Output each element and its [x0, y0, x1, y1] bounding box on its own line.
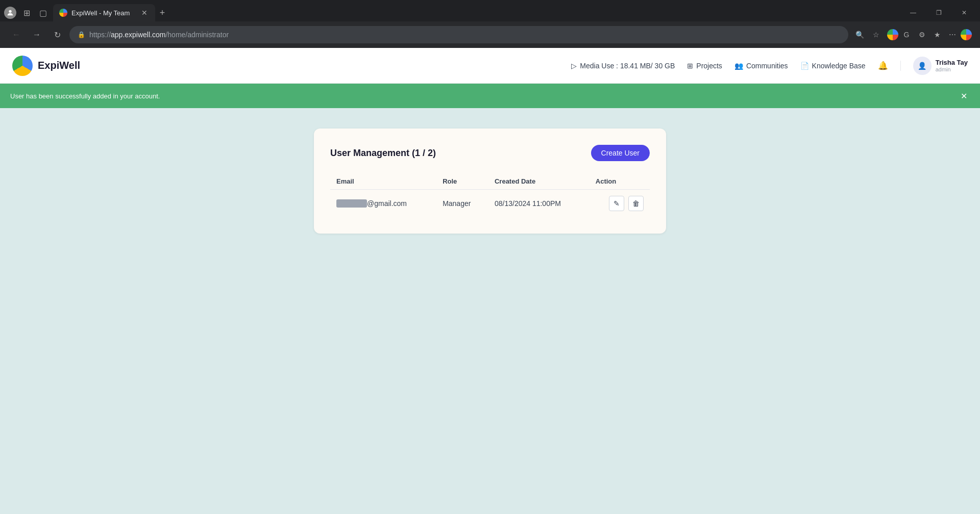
url-domain: app.expiwell.com	[111, 31, 165, 39]
communities-icon: 👥	[734, 62, 743, 70]
close-button[interactable]: ✕	[952, 5, 976, 21]
projects-icon: ⊞	[687, 62, 693, 70]
media-use-label: Media Use : 18.41 MB/ 30 GB	[580, 62, 675, 70]
ext-icon-5[interactable]: ⋯	[945, 28, 960, 42]
table-row: @gmail.com Manager 08/13/2024 11:00PM ✎	[330, 190, 650, 218]
user-table: Email Role Created Date Action @gmail.co…	[330, 173, 650, 217]
reload-button[interactable]: ↻	[49, 27, 65, 43]
window-icon[interactable]: ▢	[37, 7, 49, 19]
bookmark-icon[interactable]: ☆	[869, 28, 883, 42]
tab-favicon	[59, 9, 67, 17]
ext-icon-3[interactable]: ⚙	[915, 28, 929, 42]
ext-icon-6[interactable]	[961, 29, 972, 40]
tab-grid-icon[interactable]: ⊞	[20, 7, 33, 19]
play-icon: ▷	[571, 62, 577, 70]
banner-close-button[interactable]: ✕	[958, 90, 970, 102]
user-management-card: User Management (1 / 2) Create User Emai…	[314, 128, 666, 234]
browser-chrome: ⊞ ▢ ExpiWell - My Team ✕ + — ❐ ✕ ← → ↻ 🔒…	[0, 0, 980, 48]
user-name: Trisha Tay	[936, 59, 968, 66]
table-head: Email Role Created Date Action	[330, 173, 650, 190]
user-area: 👤 Trisha Tay admin	[913, 57, 968, 75]
knowledge-base-label: Knowledge Base	[812, 62, 866, 70]
main-content: User Management (1 / 2) Create User Emai…	[0, 108, 980, 254]
app-container: ExpiWell ▷ Media Use : 18.41 MB/ 30 GB ⊞…	[0, 48, 980, 514]
table-body: @gmail.com Manager 08/13/2024 11:00PM ✎	[330, 190, 650, 218]
projects-nav-item[interactable]: ⊞ Projects	[687, 62, 722, 70]
action-column-header: Action	[590, 173, 650, 190]
email-column-header: Email	[330, 173, 436, 190]
bell-icon[interactable]: 🔔	[878, 61, 888, 70]
ext-icon-4[interactable]: ★	[930, 28, 944, 42]
edit-button[interactable]: ✎	[609, 196, 624, 211]
knowledge-base-icon: 📄	[800, 62, 809, 70]
projects-label: Projects	[696, 62, 722, 70]
action-cell: ✎ 🗑	[590, 190, 650, 218]
user-info: Trisha Tay admin	[936, 59, 968, 72]
logo-icon	[12, 56, 33, 76]
ext-icon-2[interactable]: G	[899, 28, 914, 42]
tab-close-button[interactable]: ✕	[140, 8, 149, 17]
nav-separator	[900, 61, 901, 71]
communities-label: Communities	[746, 62, 788, 70]
communities-nav-item[interactable]: 👥 Communities	[734, 62, 788, 70]
tab-title: ExpiWell - My Team	[71, 9, 136, 17]
action-buttons: ✎ 🗑	[596, 196, 644, 211]
create-user-button[interactable]: Create User	[591, 145, 650, 161]
active-tab[interactable]: ExpiWell - My Team ✕	[53, 4, 155, 21]
url-path: /home/administrator	[165, 31, 229, 39]
success-banner: User has been successfully added in your…	[0, 84, 980, 108]
lock-icon: 🔒	[78, 31, 85, 38]
delete-button[interactable]: 🗑	[628, 196, 644, 211]
user-role: admin	[936, 66, 968, 72]
media-use-nav-item[interactable]: ▷ Media Use : 18.41 MB/ 30 GB	[571, 62, 675, 70]
minimize-button[interactable]: —	[901, 5, 925, 21]
table-header-row: Email Role Created Date Action	[330, 173, 650, 190]
back-button[interactable]: ←	[8, 27, 24, 43]
svg-point-0	[9, 10, 11, 13]
banner-message: User has been successfully added in your…	[10, 92, 160, 100]
knowledge-base-nav-item[interactable]: 📄 Knowledge Base	[800, 62, 866, 70]
user-avatar[interactable]: 👤	[913, 57, 932, 75]
created-date-column-header: Created Date	[488, 173, 590, 190]
role-cell: Manager	[436, 190, 488, 218]
search-icon[interactable]: 🔍	[852, 28, 867, 42]
trash-icon: 🗑	[632, 199, 640, 208]
new-tab-button[interactable]: +	[155, 6, 169, 20]
profile-icon[interactable]	[4, 7, 16, 19]
role-column-header: Role	[436, 173, 488, 190]
forward-button[interactable]: →	[29, 27, 45, 43]
role-value: Manager	[443, 199, 471, 208]
address-input[interactable]: 🔒 https://app.expiwell.com/home/administ…	[69, 26, 848, 43]
url-protocol: https://	[89, 31, 111, 39]
created-date-value: 08/13/2024 11:00PM	[495, 199, 561, 208]
address-bar: ← → ↻ 🔒 https://app.expiwell.com/home/ad…	[0, 21, 980, 48]
logo-text: ExpiWell	[38, 60, 80, 71]
created-date-cell: 08/13/2024 11:00PM	[488, 190, 590, 218]
email-suffix: @gmail.com	[367, 199, 407, 208]
logo-area: ExpiWell	[12, 56, 80, 76]
nav-right: ▷ Media Use : 18.41 MB/ 30 GB ⊞ Projects…	[571, 57, 968, 75]
email-cell: @gmail.com	[330, 190, 436, 218]
restore-button[interactable]: ❐	[927, 5, 950, 21]
ext-icon-1[interactable]	[887, 29, 898, 40]
card-header: User Management (1 / 2) Create User	[330, 145, 650, 161]
extension-icons: G ⚙ ★ ⋯	[887, 28, 972, 42]
avatar-icon: 👤	[918, 62, 926, 70]
email-redacted	[336, 199, 367, 208]
url-display: https://app.expiwell.com/home/administra…	[89, 31, 840, 39]
address-actions: 🔍 ☆	[852, 28, 883, 42]
card-title: User Management (1 / 2)	[330, 148, 436, 159]
top-nav: ExpiWell ▷ Media Use : 18.41 MB/ 30 GB ⊞…	[0, 48, 980, 84]
edit-icon: ✎	[614, 199, 620, 208]
browser-tab-bar: ⊞ ▢ ExpiWell - My Team ✕ + — ❐ ✕	[0, 0, 980, 21]
